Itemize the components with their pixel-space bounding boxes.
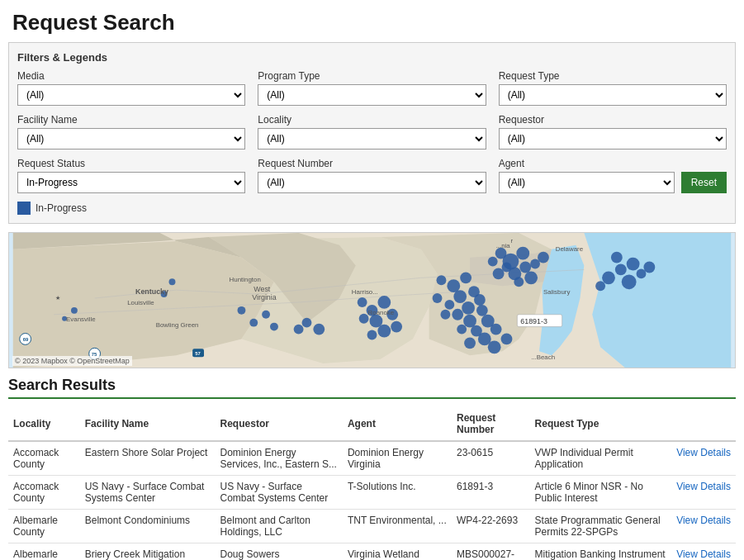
filter-row-1: Media (All) Program Type (All) Request T… [17,70,727,106]
svg-point-24 [453,290,467,303]
cell-requestor: Doug Sowers [216,543,343,561]
cell-view-details: View Details [671,441,736,476]
media-select[interactable]: (All) [17,84,245,106]
agent-select[interactable]: (All) [499,172,675,193]
svg-point-16 [538,252,549,263]
page-title: Request Search [0,0,744,42]
col-agent: Agent [343,407,452,441]
in-progress-legend-label: In-Progress [36,202,87,214]
cell-request-type: Article 6 Minor NSR - No Public Interest [530,476,672,510]
request-number-select[interactable]: (All) [258,172,486,193]
col-actions [671,407,736,441]
svg-text:★: ★ [55,295,60,301]
cell-locality: Albemarle County [8,510,80,543]
svg-text:Huntington: Huntington [230,276,261,283]
svg-point-36 [457,325,467,335]
col-request-number: Request Number [452,407,530,441]
svg-text:57: 57 [195,351,201,356]
view-details-link[interactable]: View Details [676,447,731,458]
svg-text:Bowling Green: Bowling Green [156,321,199,329]
facility-name-select[interactable]: (All) [17,128,245,149]
cell-view-details: View Details [671,476,736,510]
filter-row-2: Facility Name (All) Locality (All) Reque… [17,114,727,149]
svg-point-44 [358,297,367,307]
request-number-label: Request Number [258,158,486,169]
locality-label: Locality [258,114,486,126]
requestor-select[interactable]: (All) [499,128,727,149]
request-number-filter: Request Number (All) [258,158,486,193]
cell-request-number: WP4-22-2693 [452,510,530,543]
program-type-select[interactable]: (All) [258,84,486,106]
reset-button[interactable]: Reset [681,172,727,193]
cell-agent: TNT Environmental, ... [343,510,452,543]
svg-text:r: r [510,237,513,244]
request-type-select[interactable]: (All) [499,84,727,106]
svg-point-49 [377,325,391,338]
agent-filter: Agent (All) Reset [499,158,727,193]
cell-agent: Dominion Energy Virginia [343,441,452,476]
program-type-filter: Program Type (All) [258,70,486,106]
svg-point-31 [440,310,450,320]
cell-locality: Accomack County [8,476,80,510]
svg-point-17 [488,257,498,267]
col-locality: Locality [8,407,80,441]
svg-point-53 [294,325,304,335]
cell-requestor: Belmont and Carlton Holdings, LLC [216,510,343,543]
results-table: Locality Facility Name Requestor Agent R… [8,407,736,560]
facility-name-label: Facility Name [17,114,245,126]
svg-text:West: West [254,285,271,293]
svg-point-51 [302,318,312,328]
col-facility: Facility Name [80,407,216,441]
col-request-type: Request Type [530,407,672,441]
request-status-select[interactable]: In-Progress [17,172,245,193]
svg-text:Roanoke: Roanoke [368,309,395,316]
cell-locality: Accomack County [8,441,80,476]
view-details-link[interactable]: View Details [676,548,731,560]
program-type-label: Program Type [258,70,486,82]
cell-request-number: MBS000027-001 [452,543,530,561]
svg-text:69: 69 [23,337,29,342]
svg-point-48 [391,321,402,333]
filters-title: Filters & Legends [17,51,727,64]
cell-facility-name: Belmont Condominiums [80,510,216,543]
cell-facility-name: US Navy - Surface Combat Systems Center [80,476,216,510]
svg-point-40 [488,340,501,354]
agent-label: Agent [499,158,675,169]
locality-select[interactable]: (All) [258,128,486,149]
svg-point-39 [464,337,476,349]
table-row: Albemarle CountyBelmont CondominiumsBelm… [8,510,736,543]
svg-point-50 [367,330,377,340]
view-details-link[interactable]: View Details [676,481,731,492]
svg-point-4 [622,274,637,289]
map-container: 61891-3 Evansville Louisville Bowling Gr… [8,232,736,368]
svg-point-19 [524,271,538,284]
svg-point-43 [377,296,391,309]
search-results: Search Results Locality Facility Name Re… [0,377,744,560]
svg-text:Evansville: Evansville [66,316,96,323]
svg-point-29 [433,293,443,303]
search-results-title: Search Results [8,377,736,399]
map-svg: 61891-3 Evansville Louisville Bowling Gr… [9,233,735,368]
svg-text:Virginia: Virginia [252,293,277,301]
svg-text:...Beach: ...Beach [531,354,555,361]
cell-request-number: 61891-3 [452,476,530,510]
svg-point-37 [490,324,502,335]
table-header-row: Locality Facility Name Requestor Agent R… [8,407,736,441]
svg-point-26 [444,300,454,310]
svg-point-55 [262,311,270,319]
cell-locality: Albemarle County [8,543,80,561]
svg-point-33 [476,305,488,316]
cell-request-type: Mitigation Banking Instrument [530,543,672,561]
svg-text:Salisbury: Salisbury [543,288,571,296]
svg-point-11 [495,248,507,259]
filters-section: Filters & Legends Media (All) Program Ty… [8,42,736,224]
svg-point-60 [71,307,78,314]
cell-facility-name: Eastern Shore Solar Project [80,441,216,476]
svg-point-54 [238,306,246,315]
cell-view-details: View Details [671,543,736,561]
svg-point-1 [602,271,615,284]
table-row: Accomack CountyUS Navy - Surface Combat … [8,476,736,510]
view-details-link[interactable]: View Details [676,515,731,526]
request-type-label: Request Type [499,70,727,82]
svg-point-10 [516,247,529,260]
